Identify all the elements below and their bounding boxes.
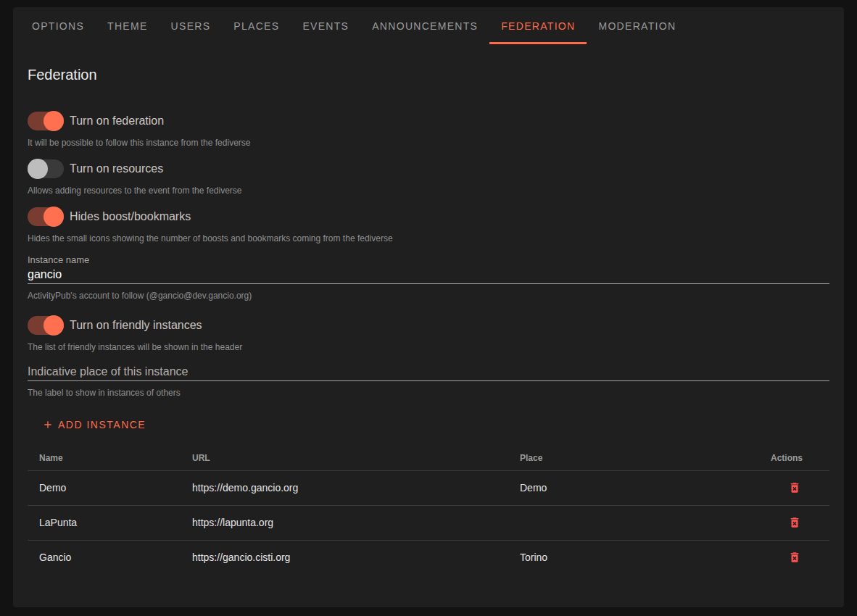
- tab[interactable]: USERS: [160, 7, 223, 44]
- admin-settings-card: OPTIONS THEME USERS PLACES EVENTS ANNOUN…: [13, 7, 844, 607]
- friendly-instances-toggle-label: Turn on friendly instances: [70, 319, 202, 332]
- tab[interactable]: FEDERATION: [489, 7, 587, 44]
- add-instance-button[interactable]: ADD INSTANCE: [36, 412, 152, 438]
- instance-actions-cell: [759, 470, 829, 505]
- tab-label: USERS: [171, 20, 211, 32]
- instance-row: Demo https://demo.gancio.org Demo: [28, 470, 829, 505]
- boost-toggle-hint: Hides the small icons showing the number…: [28, 233, 829, 244]
- resources-toggle-label: Turn on resources: [70, 162, 163, 175]
- instance-place-cell: Demo: [508, 470, 759, 505]
- resources-toggle-hint: Allows adding resources to the event fro…: [28, 185, 829, 196]
- page-title: Federation: [28, 64, 829, 85]
- instance-name-hint: ActivityPub's account to follow (@gancio…: [28, 290, 829, 301]
- delete-instance-button[interactable]: [787, 515, 803, 530]
- tab[interactable]: ANNOUNCEMENTS: [360, 7, 489, 44]
- instances-table-body: Demo https://demo.gancio.org Demo LaPunt…: [28, 470, 829, 575]
- instance-place-cell: [508, 505, 759, 540]
- instance-name-field-block: Instance name ActivityPub's account to f…: [28, 254, 829, 301]
- instance-place-input[interactable]: [28, 363, 829, 381]
- instance-row: LaPunta https://lapunta.org: [28, 505, 829, 540]
- tab[interactable]: EVENTS: [291, 7, 360, 44]
- instance-name-input[interactable]: [28, 266, 829, 284]
- instance-name-label: Instance name: [28, 254, 829, 266]
- tab[interactable]: PLACES: [222, 7, 291, 44]
- delete-forever-icon: [788, 516, 801, 529]
- tab-label: PLACES: [233, 20, 279, 32]
- toggle-knob: [44, 207, 64, 227]
- admin-tabbar: OPTIONS THEME USERS PLACES EVENTS ANNOUN…: [13, 7, 844, 44]
- add-instance-button-label: ADD INSTANCE: [58, 419, 146, 430]
- tab[interactable]: OPTIONS: [20, 7, 96, 44]
- instance-url-cell: https://demo.gancio.org: [181, 470, 508, 505]
- resources-switch-block: Turn on resources Allows adding resource…: [28, 159, 829, 196]
- instances-table: Name URL Place Actions Demo https://demo…: [28, 446, 829, 575]
- federation-switch-block: Turn on federation It will be possible t…: [28, 111, 829, 149]
- friendly-instances-toggle[interactable]: [28, 315, 65, 336]
- delete-forever-icon: [788, 551, 801, 564]
- instance-place-field-block: The label to show in instances of others: [28, 363, 829, 399]
- boost-toggle[interactable]: [28, 207, 65, 227]
- toggle-knob: [28, 159, 48, 179]
- resources-toggle[interactable]: [28, 159, 65, 179]
- column-header-name: Name: [28, 446, 181, 470]
- tab[interactable]: MODERATION: [587, 7, 687, 44]
- instance-url-cell: https://gancio.cisti.org: [181, 540, 508, 575]
- instance-url-cell: https://lapunta.org: [181, 505, 508, 540]
- instances-table-header-row: Name URL Place Actions: [28, 446, 829, 470]
- instance-row: Gancio https://gancio.cisti.org Torino: [28, 540, 829, 575]
- boost-switch-block: Hides boost/bookmarks Hides the small ic…: [28, 207, 829, 244]
- instance-place-cell: Torino: [508, 540, 759, 575]
- delete-instance-button[interactable]: [787, 549, 803, 565]
- tab-label: THEME: [107, 20, 148, 32]
- column-header-url: URL: [181, 446, 508, 470]
- friendly-switch-block: Turn on friendly instances The list of f…: [28, 315, 829, 353]
- instance-name-cell: LaPunta: [28, 505, 181, 540]
- federation-panel: Federation Turn on federation It will be…: [13, 64, 844, 575]
- instance-place-hint: The label to show in instances of others: [28, 387, 829, 399]
- tab-label: FEDERATION: [501, 20, 575, 32]
- delete-forever-icon: [788, 481, 801, 494]
- federation-toggle-hint: It will be possible to follow this insta…: [28, 137, 829, 149]
- column-header-place: Place: [508, 446, 759, 470]
- tab-label: ANNOUNCEMENTS: [372, 20, 478, 32]
- plus-icon: [42, 419, 54, 430]
- friendly-instances-toggle-hint: The list of friendly instances will be s…: [28, 341, 829, 353]
- toggle-knob: [44, 111, 64, 131]
- instance-actions-cell: [759, 505, 829, 540]
- instance-name-cell: Demo: [28, 470, 181, 505]
- tab-label: OPTIONS: [32, 20, 84, 32]
- boost-toggle-label: Hides boost/bookmarks: [70, 210, 191, 223]
- tab-label: EVENTS: [302, 20, 349, 32]
- federation-toggle[interactable]: [28, 111, 65, 131]
- federation-toggle-label: Turn on federation: [70, 115, 164, 128]
- toggle-knob: [44, 315, 64, 336]
- instance-name-cell: Gancio: [28, 540, 181, 575]
- tab[interactable]: THEME: [96, 7, 160, 44]
- instance-actions-cell: [759, 540, 829, 575]
- delete-instance-button[interactable]: [787, 480, 803, 496]
- tab-label: MODERATION: [598, 20, 676, 32]
- column-header-actions: Actions: [759, 446, 829, 470]
